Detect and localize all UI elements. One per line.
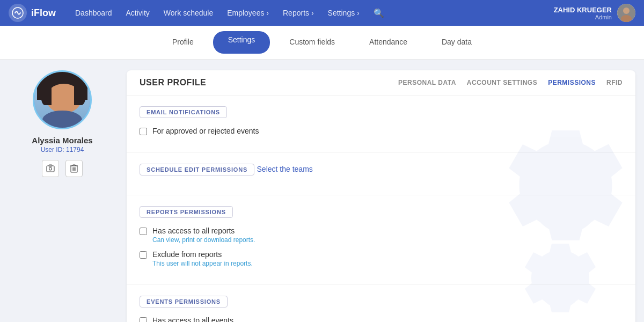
sidebar-user-id: User ID: 11794 — [41, 146, 84, 153]
nav-employees[interactable]: Employees › — [221, 5, 275, 20]
page-body: Alyssia Morales User ID: 11794 — [0, 60, 644, 322]
user-name: ZAHID KRUEGER — [554, 6, 612, 14]
sidebar-user-name: Alyssia Morales — [32, 136, 92, 145]
approved-events-label: For approved or rejected events — [152, 127, 259, 135]
logo-text: iFlow — [31, 8, 56, 19]
exclude-reports-checkbox[interactable] — [140, 251, 147, 259]
reports-permissions-label: REPORTS PERMISSIONS — [140, 206, 233, 218]
user-avatar[interactable] — [617, 4, 635, 22]
select-teams-link[interactable]: Select the teams — [257, 165, 313, 173]
nav-work-schedule[interactable]: Work schedule — [157, 5, 219, 20]
all-reports-row: Has access to all reports Can view, prin… — [140, 226, 623, 244]
tab-settings[interactable]: Settings — [213, 31, 270, 54]
exclude-reports-label: Exclude from reports This user will not … — [152, 250, 253, 267]
email-notifications-section: EMAIL NOTIFICATIONS For approved or reje… — [127, 96, 635, 153]
exclude-reports-text: Exclude from reports — [152, 250, 253, 259]
exclude-reports-sublabel: This user will not appear in reports. — [152, 260, 253, 267]
avatar-image — [34, 70, 90, 129]
sidebar: Alyssia Morales User ID: 11794 — [9, 70, 116, 322]
all-reports-checkbox[interactable] — [140, 228, 147, 235]
avatar — [33, 70, 92, 129]
tab-attendance[interactable]: Attendance — [352, 26, 425, 59]
tab-profile[interactable]: Profile — [155, 26, 211, 59]
search-icon[interactable]: 🔍 — [367, 5, 391, 21]
all-events-row: Has access to all events — [140, 316, 623, 322]
tab-day-data[interactable]: Day data — [425, 26, 489, 59]
page-tabs: Profile Settings Custom fields Attendanc… — [0, 26, 644, 60]
approved-events-text: For approved or rejected events — [152, 127, 259, 135]
user-id-value: 11794 — [66, 146, 84, 153]
approved-events-checkbox[interactable] — [140, 128, 147, 135]
nav-dashboard[interactable]: Dashboard — [69, 0, 119, 26]
schedule-edit-section: SCHEDULE EDIT PERMISSIONS Select the tea… — [127, 153, 635, 195]
all-reports-text: Has access to all reports — [152, 226, 255, 235]
user-id-label: User ID: — [41, 146, 64, 153]
nav-activity[interactable]: Activity — [120, 5, 156, 20]
user-role: Admin — [554, 14, 612, 20]
htab-account-settings[interactable]: ACCOUNT SETTINGS — [467, 79, 537, 86]
nav-reports[interactable]: Reports › — [276, 5, 320, 20]
svg-point-2 — [623, 8, 630, 14]
logo-icon — [9, 4, 27, 22]
profile-header: USER PROFILE PERSONAL DATA ACCOUNT SETTI… — [127, 70, 635, 96]
app-logo[interactable]: iFlow — [9, 4, 56, 22]
all-reports-sublabel: Can view, print or download reports. — [152, 236, 255, 244]
svg-rect-4 — [47, 166, 54, 172]
exclude-reports-row: Exclude from reports This user will not … — [140, 250, 623, 267]
all-events-checkbox[interactable] — [140, 317, 147, 322]
htab-rfid[interactable]: RFID — [606, 79, 623, 86]
header-tabs: PERSONAL DATA ACCOUNT SETTINGS PERMISSIO… — [398, 79, 623, 86]
events-permissions-section: EVENTS PERMISSIONS Has access to all eve… — [127, 285, 635, 322]
upload-photo-button[interactable] — [42, 160, 59, 177]
sidebar-actions — [42, 160, 83, 177]
tab-custom-fields[interactable]: Custom fields — [272, 26, 352, 59]
profile-title: USER PROFILE — [140, 78, 206, 87]
all-events-text: Has access to all events — [152, 316, 233, 322]
email-notifications-label: EMAIL NOTIFICATIONS — [140, 106, 227, 118]
approved-events-row: For approved or rejected events — [140, 127, 623, 135]
all-reports-label: Has access to all reports Can view, prin… — [152, 226, 255, 244]
svg-point-5 — [49, 167, 52, 170]
events-permissions-label: EVENTS PERMISSIONS — [140, 296, 228, 308]
user-details: ZAHID KRUEGER Admin — [554, 6, 612, 20]
user-info: ZAHID KRUEGER Admin — [554, 4, 635, 22]
delete-photo-button[interactable] — [65, 160, 83, 177]
nav-settings[interactable]: Settings › — [321, 5, 366, 20]
main-content: USER PROFILE PERSONAL DATA ACCOUNT SETTI… — [127, 70, 635, 322]
htab-personal-data[interactable]: PERSONAL DATA — [398, 79, 456, 86]
all-events-label: Has access to all events — [152, 316, 233, 322]
htab-permissions[interactable]: PERMISSIONS — [548, 79, 596, 86]
reports-permissions-section: REPORTS PERMISSIONS Has access to all re… — [127, 195, 635, 285]
top-navigation: iFlow Dashboard Activity Work schedule E… — [0, 0, 644, 26]
schedule-edit-label: SCHEDULE EDIT PERMISSIONS — [140, 164, 254, 175]
